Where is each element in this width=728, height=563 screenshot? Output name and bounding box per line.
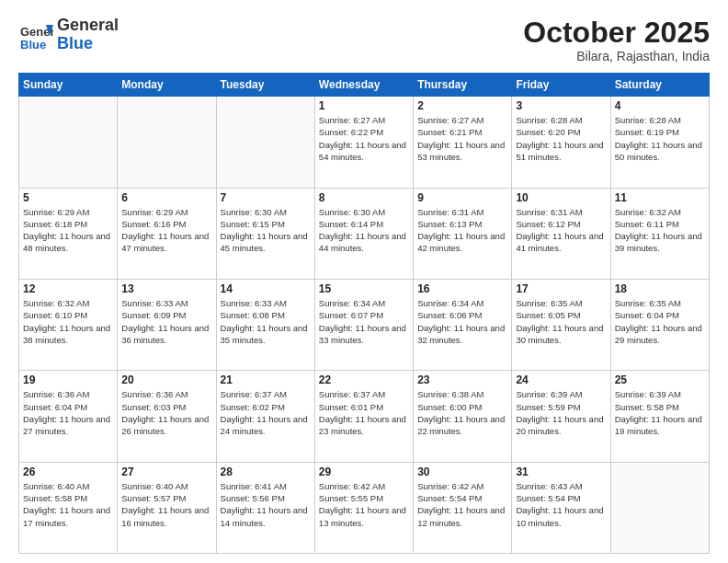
table-row: 9Sunrise: 6:31 AMSunset: 6:13 PMDaylight… bbox=[414, 188, 512, 279]
day-number: 3 bbox=[516, 99, 606, 112]
col-wednesday: Wednesday bbox=[314, 74, 413, 97]
month-title: October 2025 bbox=[523, 17, 710, 49]
day-number: 22 bbox=[319, 373, 409, 386]
day-number: 8 bbox=[319, 191, 409, 204]
table-row: 1Sunrise: 6:27 AMSunset: 6:22 PMDaylight… bbox=[314, 97, 413, 188]
day-info: Sunrise: 6:39 AMSunset: 5:58 PMDaylight:… bbox=[615, 388, 705, 437]
day-info: Sunrise: 6:43 AMSunset: 5:54 PMDaylight:… bbox=[516, 480, 606, 529]
table-row: 15Sunrise: 6:34 AMSunset: 6:07 PMDayligh… bbox=[314, 279, 413, 370]
location: Bilara, Rajasthan, India bbox=[523, 49, 710, 63]
day-info: Sunrise: 6:37 AMSunset: 6:02 PMDaylight:… bbox=[221, 388, 311, 437]
day-number: 13 bbox=[121, 282, 211, 295]
day-number: 2 bbox=[417, 99, 507, 112]
day-number: 7 bbox=[221, 191, 311, 204]
table-row: 31Sunrise: 6:43 AMSunset: 5:54 PMDayligh… bbox=[512, 462, 610, 553]
title-block: October 2025 Bilara, Rajasthan, India bbox=[523, 17, 710, 63]
day-number: 1 bbox=[319, 99, 409, 112]
day-number: 18 bbox=[615, 282, 705, 295]
logo-general-text: General bbox=[57, 16, 119, 34]
day-number: 30 bbox=[417, 465, 507, 478]
table-row: 26Sunrise: 6:40 AMSunset: 5:58 PMDayligh… bbox=[19, 462, 118, 553]
day-info: Sunrise: 6:31 AMSunset: 6:13 PMDaylight:… bbox=[417, 206, 507, 255]
day-number: 6 bbox=[121, 191, 211, 204]
day-number: 24 bbox=[516, 373, 606, 386]
table-row: 30Sunrise: 6:42 AMSunset: 5:54 PMDayligh… bbox=[414, 462, 512, 553]
calendar-week-row: 12Sunrise: 6:32 AMSunset: 6:10 PMDayligh… bbox=[19, 279, 710, 370]
col-thursday: Thursday bbox=[414, 74, 512, 97]
day-info: Sunrise: 6:31 AMSunset: 6:12 PMDaylight:… bbox=[516, 206, 606, 255]
table-row: 29Sunrise: 6:42 AMSunset: 5:55 PMDayligh… bbox=[314, 462, 413, 553]
day-number: 29 bbox=[319, 465, 409, 478]
table-row: 17Sunrise: 6:35 AMSunset: 6:05 PMDayligh… bbox=[512, 279, 610, 370]
day-info: Sunrise: 6:28 AMSunset: 6:20 PMDaylight:… bbox=[516, 114, 606, 163]
calendar-week-row: 1Sunrise: 6:27 AMSunset: 6:22 PMDaylight… bbox=[19, 97, 710, 188]
table-row: 25Sunrise: 6:39 AMSunset: 5:58 PMDayligh… bbox=[610, 371, 709, 462]
day-number: 17 bbox=[516, 282, 606, 295]
table-row: 5Sunrise: 6:29 AMSunset: 6:18 PMDaylight… bbox=[19, 188, 118, 279]
col-monday: Monday bbox=[118, 74, 216, 97]
day-number: 27 bbox=[121, 465, 211, 478]
table-row: 4Sunrise: 6:28 AMSunset: 6:19 PMDaylight… bbox=[610, 97, 709, 188]
day-info: Sunrise: 6:33 AMSunset: 6:09 PMDaylight:… bbox=[121, 297, 211, 346]
day-number: 21 bbox=[221, 373, 311, 386]
table-row: 16Sunrise: 6:34 AMSunset: 6:06 PMDayligh… bbox=[414, 279, 512, 370]
logo-blue-text: Blue bbox=[57, 34, 93, 52]
day-info: Sunrise: 6:35 AMSunset: 6:05 PMDaylight:… bbox=[516, 297, 606, 346]
table-row bbox=[610, 462, 709, 553]
day-info: Sunrise: 6:36 AMSunset: 6:04 PMDaylight:… bbox=[23, 388, 113, 437]
day-number: 26 bbox=[23, 465, 113, 478]
table-row: 21Sunrise: 6:37 AMSunset: 6:02 PMDayligh… bbox=[216, 371, 314, 462]
calendar-week-row: 5Sunrise: 6:29 AMSunset: 6:18 PMDaylight… bbox=[19, 188, 710, 279]
table-row: 20Sunrise: 6:36 AMSunset: 6:03 PMDayligh… bbox=[118, 371, 216, 462]
table-row bbox=[216, 97, 314, 188]
day-number: 23 bbox=[417, 373, 507, 386]
table-row: 14Sunrise: 6:33 AMSunset: 6:08 PMDayligh… bbox=[216, 279, 314, 370]
table-row: 7Sunrise: 6:30 AMSunset: 6:15 PMDaylight… bbox=[216, 188, 314, 279]
day-info: Sunrise: 6:29 AMSunset: 6:16 PMDaylight:… bbox=[121, 206, 211, 255]
day-info: Sunrise: 6:30 AMSunset: 6:15 PMDaylight:… bbox=[221, 206, 311, 255]
day-info: Sunrise: 6:42 AMSunset: 5:54 PMDaylight:… bbox=[417, 480, 507, 529]
day-number: 9 bbox=[417, 191, 507, 204]
table-row: 27Sunrise: 6:40 AMSunset: 5:57 PMDayligh… bbox=[118, 462, 216, 553]
col-saturday: Saturday bbox=[610, 74, 709, 97]
col-tuesday: Tuesday bbox=[216, 74, 314, 97]
day-number: 10 bbox=[516, 191, 606, 204]
day-info: Sunrise: 6:27 AMSunset: 6:22 PMDaylight:… bbox=[319, 114, 409, 163]
day-info: Sunrise: 6:28 AMSunset: 6:19 PMDaylight:… bbox=[615, 114, 705, 163]
table-row bbox=[118, 97, 216, 188]
day-number: 4 bbox=[615, 99, 705, 112]
day-info: Sunrise: 6:27 AMSunset: 6:21 PMDaylight:… bbox=[417, 114, 507, 163]
day-info: Sunrise: 6:40 AMSunset: 5:57 PMDaylight:… bbox=[121, 480, 211, 529]
logo: General Blue General Blue bbox=[18, 17, 119, 53]
day-number: 20 bbox=[121, 373, 211, 386]
table-row: 19Sunrise: 6:36 AMSunset: 6:04 PMDayligh… bbox=[19, 371, 118, 462]
day-number: 31 bbox=[516, 465, 606, 478]
day-info: Sunrise: 6:42 AMSunset: 5:55 PMDaylight:… bbox=[319, 480, 409, 529]
col-friday: Friday bbox=[512, 74, 610, 97]
table-row: 13Sunrise: 6:33 AMSunset: 6:09 PMDayligh… bbox=[118, 279, 216, 370]
day-info: Sunrise: 6:34 AMSunset: 6:06 PMDaylight:… bbox=[417, 297, 507, 346]
day-info: Sunrise: 6:38 AMSunset: 6:00 PMDaylight:… bbox=[417, 388, 507, 437]
table-row: 2Sunrise: 6:27 AMSunset: 6:21 PMDaylight… bbox=[414, 97, 512, 188]
day-number: 15 bbox=[319, 282, 409, 295]
calendar-week-row: 19Sunrise: 6:36 AMSunset: 6:04 PMDayligh… bbox=[19, 371, 710, 462]
table-row: 6Sunrise: 6:29 AMSunset: 6:16 PMDaylight… bbox=[118, 188, 216, 279]
day-info: Sunrise: 6:41 AMSunset: 5:56 PMDaylight:… bbox=[221, 480, 311, 529]
table-row: 28Sunrise: 6:41 AMSunset: 5:56 PMDayligh… bbox=[216, 462, 314, 553]
calendar-table: Sunday Monday Tuesday Wednesday Thursday… bbox=[18, 73, 710, 554]
table-row: 10Sunrise: 6:31 AMSunset: 6:12 PMDayligh… bbox=[512, 188, 610, 279]
table-row: 8Sunrise: 6:30 AMSunset: 6:14 PMDaylight… bbox=[314, 188, 413, 279]
day-info: Sunrise: 6:39 AMSunset: 5:59 PMDaylight:… bbox=[516, 388, 606, 437]
day-number: 11 bbox=[615, 191, 705, 204]
day-info: Sunrise: 6:29 AMSunset: 6:18 PMDaylight:… bbox=[23, 206, 113, 255]
svg-text:Blue: Blue bbox=[20, 38, 46, 52]
logo-icon: General Blue bbox=[18, 17, 53, 52]
day-info: Sunrise: 6:35 AMSunset: 6:04 PMDaylight:… bbox=[615, 297, 705, 346]
table-row: 22Sunrise: 6:37 AMSunset: 6:01 PMDayligh… bbox=[314, 371, 413, 462]
day-number: 16 bbox=[417, 282, 507, 295]
day-info: Sunrise: 6:34 AMSunset: 6:07 PMDaylight:… bbox=[319, 297, 409, 346]
table-row: 18Sunrise: 6:35 AMSunset: 6:04 PMDayligh… bbox=[610, 279, 709, 370]
day-info: Sunrise: 6:30 AMSunset: 6:14 PMDaylight:… bbox=[319, 206, 409, 255]
day-info: Sunrise: 6:32 AMSunset: 6:10 PMDaylight:… bbox=[23, 297, 113, 346]
table-row: 11Sunrise: 6:32 AMSunset: 6:11 PMDayligh… bbox=[610, 188, 709, 279]
